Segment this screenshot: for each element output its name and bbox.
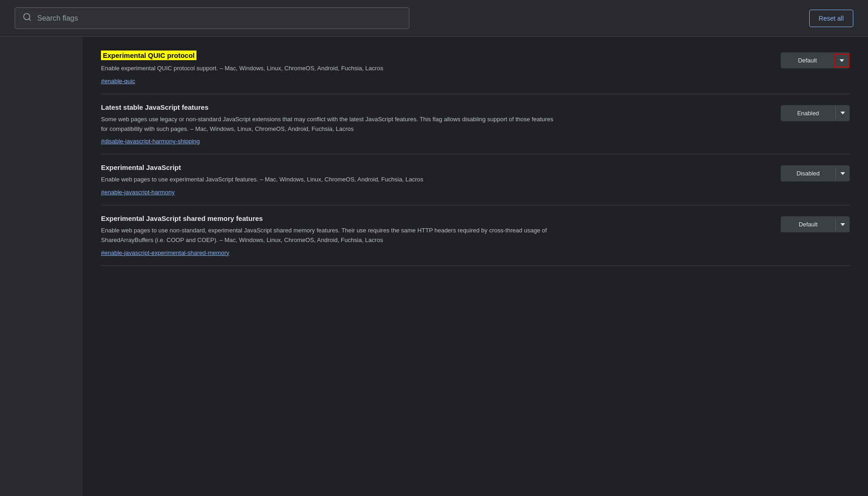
- flag-control: Default: [781, 214, 850, 232]
- flag-item: Experimental JavaScript Enable web pages…: [101, 154, 850, 205]
- flag-dropdown[interactable]: Default: [781, 216, 850, 232]
- dropdown-arrow-icon[interactable]: [834, 54, 850, 68]
- flag-dropdown[interactable]: Disabled: [781, 165, 850, 181]
- flag-title: Experimental JavaScript shared memory fe…: [101, 214, 560, 222]
- main-content: Experimental QUIC protocol Enable experi…: [83, 37, 868, 496]
- flag-dropdown[interactable]: Enabled: [781, 105, 850, 121]
- dropdown-value: Enabled: [781, 105, 835, 121]
- flag-control: Enabled: [781, 103, 850, 121]
- flag-description: Enable experimental QUIC protocol suppor…: [101, 64, 560, 73]
- flag-title: Experimental JavaScript: [101, 163, 560, 171]
- chevron-icon: [840, 172, 845, 175]
- flag-description: Some web pages use legacy or non-standar…: [101, 115, 560, 134]
- flag-control: Default: [781, 51, 850, 68]
- dropdown-arrow-icon[interactable]: [835, 168, 850, 180]
- chevron-icon: [840, 112, 845, 114]
- flag-item: Experimental JavaScript shared memory fe…: [101, 205, 850, 266]
- chevron-icon: [840, 223, 845, 226]
- dropdown-value: Default: [781, 216, 835, 232]
- search-input[interactable]: [37, 14, 402, 23]
- content-area: Experimental QUIC protocol Enable experi…: [0, 37, 868, 496]
- chevron-icon: [840, 59, 844, 62]
- top-bar: Reset all: [0, 0, 868, 37]
- search-container: [15, 7, 409, 29]
- dropdown-value: Disabled: [781, 165, 835, 181]
- flag-control: Disabled: [781, 163, 850, 181]
- flag-title: Experimental QUIC protocol: [101, 51, 196, 60]
- dropdown-arrow-icon[interactable]: [835, 107, 850, 119]
- flag-link[interactable]: #enable-javascript-experimental-shared-m…: [101, 249, 230, 256]
- reset-all-button[interactable]: Reset all: [809, 10, 853, 27]
- search-icon: [22, 12, 32, 24]
- flag-info: Experimental JavaScript shared memory fe…: [101, 214, 560, 256]
- dropdown-value: Default: [781, 52, 834, 68]
- dropdown-arrow-icon[interactable]: [835, 219, 850, 231]
- flag-description: Enable web pages to use experimental Jav…: [101, 175, 560, 185]
- flag-item: Experimental QUIC protocol Enable experi…: [101, 46, 850, 94]
- flag-link[interactable]: #disable-javascript-harmony-shipping: [101, 138, 200, 145]
- flag-item: Latest stable JavaScript features Some w…: [101, 94, 850, 155]
- flag-link[interactable]: #enable-quic: [101, 78, 135, 85]
- flag-info: Experimental JavaScript Enable web pages…: [101, 163, 560, 196]
- flag-info: Experimental QUIC protocol Enable experi…: [101, 51, 560, 85]
- svg-line-1: [29, 19, 31, 21]
- flag-description: Enable web pages to use non-standard, ex…: [101, 226, 560, 245]
- flag-title: Latest stable JavaScript features: [101, 103, 560, 111]
- flag-info: Latest stable JavaScript features Some w…: [101, 103, 560, 145]
- flag-dropdown[interactable]: Default: [781, 52, 850, 68]
- flag-link[interactable]: #enable-javascript-harmony: [101, 189, 174, 196]
- sidebar: [0, 37, 83, 496]
